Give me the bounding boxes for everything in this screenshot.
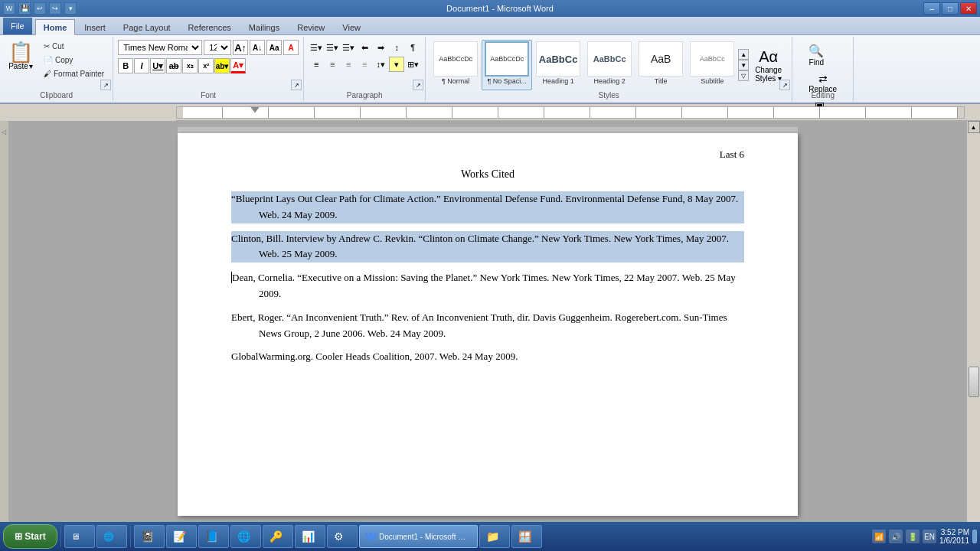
taskbar-settings[interactable]: ⚙ bbox=[327, 525, 358, 548]
title-text: Document1 - Microsoft Word bbox=[77, 4, 923, 13]
taskbar-ie[interactable]: 🌐 bbox=[96, 525, 127, 548]
underline-button[interactable]: U▾ bbox=[150, 58, 165, 73]
align-center-button[interactable]: ≡ bbox=[325, 57, 340, 72]
document-page[interactable]: Last 6 Works Cited “Blueprint Lays Out C… bbox=[178, 133, 798, 516]
italic-button[interactable]: I bbox=[134, 58, 149, 73]
font-grow-button[interactable]: A↑ bbox=[233, 40, 248, 55]
show-desktop-btn[interactable] bbox=[972, 530, 977, 543]
styles-scroll-up[interactable]: ▲ bbox=[738, 49, 749, 60]
works-cited-heading[interactable]: Works Cited bbox=[231, 168, 744, 181]
increase-indent-button[interactable]: ➡ bbox=[373, 40, 388, 55]
paragraph-expand[interactable]: ↗ bbox=[413, 80, 423, 90]
ruler-right-indent bbox=[958, 107, 964, 118]
page-number: Last 6 bbox=[231, 148, 744, 161]
format-painter-button[interactable]: 🖌 Format Painter bbox=[40, 67, 108, 80]
scrollbar-thumb[interactable] bbox=[969, 367, 979, 397]
taskbar-vba[interactable]: 📘 bbox=[198, 525, 229, 548]
clipboard-expand[interactable]: ↗ bbox=[100, 80, 111, 90]
save-icon[interactable]: 💾 bbox=[18, 2, 31, 15]
tab-review[interactable]: Review bbox=[289, 19, 333, 34]
restore-button[interactable]: □ bbox=[942, 2, 959, 15]
tab-file[interactable]: File bbox=[3, 18, 32, 34]
style-heading1[interactable]: AaBbCc Heading 1 bbox=[533, 40, 583, 90]
tab-page-layout[interactable]: Page Layout bbox=[115, 19, 179, 34]
document-area[interactable]: Last 6 Works Cited “Blueprint Lays Out C… bbox=[9, 121, 966, 534]
bullets-button[interactable]: ☰▾ bbox=[309, 40, 324, 55]
font-size-select[interactable]: 12 bbox=[204, 40, 231, 55]
citation-1[interactable]: “Blueprint Lays Out Clear Path for Clima… bbox=[231, 191, 744, 223]
justify-button[interactable]: ≡ bbox=[357, 57, 372, 72]
styles-scroll-down[interactable]: ▼ bbox=[738, 60, 749, 70]
copy-icon: 📄 bbox=[44, 56, 53, 64]
volume-icon[interactable]: 🔊 bbox=[889, 530, 903, 543]
battery-icon[interactable]: 🔋 bbox=[906, 530, 920, 543]
styles-expand[interactable]: ↗ bbox=[779, 80, 790, 90]
copy-button[interactable]: 📄 Copy bbox=[40, 54, 108, 67]
style-heading2[interactable]: AaBbCc Heading 2 bbox=[584, 40, 635, 90]
tab-insert[interactable]: Insert bbox=[76, 19, 114, 34]
style-title[interactable]: AaB Title bbox=[635, 40, 686, 90]
taskbar-word-shortcut[interactable]: 🌐 bbox=[230, 525, 261, 548]
taskbar-onenote[interactable]: 📓 bbox=[134, 525, 165, 548]
align-left-button[interactable]: ≡ bbox=[309, 57, 324, 72]
start-button[interactable]: ⊞ Start bbox=[3, 524, 57, 549]
borders-button[interactable]: ⊞▾ bbox=[405, 57, 420, 72]
time-display: 3:52 PM bbox=[939, 528, 969, 536]
show-marks-button[interactable]: ¶ bbox=[405, 40, 420, 55]
citation-5[interactable]: GlobalWarming.org. Cooler Heads Coalitio… bbox=[231, 349, 744, 365]
paste-button[interactable]: 📋 Paste▾ bbox=[5, 40, 37, 73]
text-highlight-button[interactable]: ab▾ bbox=[214, 58, 230, 73]
right-scrollbar[interactable]: ▲ ▼ bbox=[966, 121, 980, 534]
subscript-button[interactable]: x₂ bbox=[182, 58, 198, 73]
clear-format-button[interactable]: A bbox=[283, 40, 299, 55]
paragraph-label: Paragraph bbox=[304, 91, 425, 99]
strikethrough-button[interactable]: ab bbox=[166, 58, 181, 73]
superscript-button[interactable]: x² bbox=[198, 58, 214, 73]
scrollbar-track[interactable] bbox=[968, 133, 980, 522]
font-color-button[interactable]: A▾ bbox=[230, 58, 246, 73]
style-subtitle[interactable]: AaBbCc Subtitle bbox=[687, 40, 737, 90]
language-icon[interactable]: EN bbox=[923, 530, 936, 543]
multilevel-button[interactable]: ☰▾ bbox=[341, 40, 356, 55]
taskbar-access[interactable]: 🔑 bbox=[263, 525, 293, 548]
sort-button[interactable]: ↕ bbox=[389, 40, 404, 55]
minimize-button[interactable]: – bbox=[923, 2, 940, 15]
taskbar-windows[interactable]: 🪟 bbox=[511, 525, 542, 548]
tab-view[interactable]: View bbox=[334, 19, 369, 34]
align-right-button[interactable]: ≡ bbox=[341, 57, 356, 72]
shading-button[interactable]: ▾ bbox=[389, 57, 404, 72]
undo-icon[interactable]: ↩ bbox=[34, 2, 46, 15]
font-expand[interactable]: ↗ bbox=[291, 80, 302, 90]
taskbar-notepad[interactable]: 📝 bbox=[166, 525, 197, 548]
network-icon[interactable]: 📶 bbox=[872, 530, 886, 543]
font-name-select[interactable]: Times New Roman bbox=[118, 40, 202, 55]
citation-3[interactable]: Dean, Cornelia. “Executive on a Mission:… bbox=[231, 270, 744, 302]
redo-icon[interactable]: ↪ bbox=[49, 2, 61, 15]
decrease-indent-button[interactable]: ⬅ bbox=[357, 40, 372, 55]
taskbar-show-desktop[interactable]: 🖥 bbox=[64, 525, 95, 548]
style-no-spacing[interactable]: AaBbCcDc ¶ No Spaci... bbox=[482, 40, 532, 90]
line-spacing-button[interactable]: ↕▾ bbox=[373, 57, 388, 72]
styles-label: Styles bbox=[426, 91, 792, 99]
tab-references[interactable]: References bbox=[180, 19, 240, 34]
numbering-button[interactable]: ☰▾ bbox=[325, 40, 340, 55]
close-button[interactable]: ✕ bbox=[960, 2, 977, 15]
taskbar-excel[interactable]: 📊 bbox=[295, 525, 325, 548]
clock[interactable]: 3:52 PM 1/6/2011 bbox=[939, 528, 969, 545]
citation-2[interactable]: Clinton, Bill. Interview by Andrew C. Re… bbox=[231, 231, 744, 263]
tab-mailings[interactable]: Mailings bbox=[240, 19, 288, 34]
citation-4[interactable]: Ebert, Roger. “An Inconvenient Truth.” R… bbox=[231, 310, 744, 342]
style-normal[interactable]: AaBbCcDc ¶ Normal bbox=[430, 40, 481, 90]
taskbar-folder[interactable]: 📁 bbox=[479, 525, 510, 548]
find-button[interactable]: 🔍 Find bbox=[805, 41, 828, 69]
scroll-up-arrow[interactable]: ▲ bbox=[968, 121, 980, 133]
tab-home[interactable]: Home bbox=[35, 19, 76, 35]
cut-button[interactable]: ✂ Cut bbox=[40, 40, 108, 53]
taskbar-word-active[interactable]: W Document1 - Microsoft Word bbox=[359, 525, 478, 548]
access-icon: 🔑 bbox=[270, 530, 283, 543]
font-shrink-button[interactable]: A↓ bbox=[250, 40, 265, 55]
styles-scroll-more[interactable]: ▽ bbox=[738, 70, 749, 81]
customize-icon[interactable]: ▾ bbox=[64, 2, 77, 15]
bold-button[interactable]: B bbox=[118, 58, 133, 73]
change-case-button[interactable]: Aa bbox=[266, 40, 282, 55]
